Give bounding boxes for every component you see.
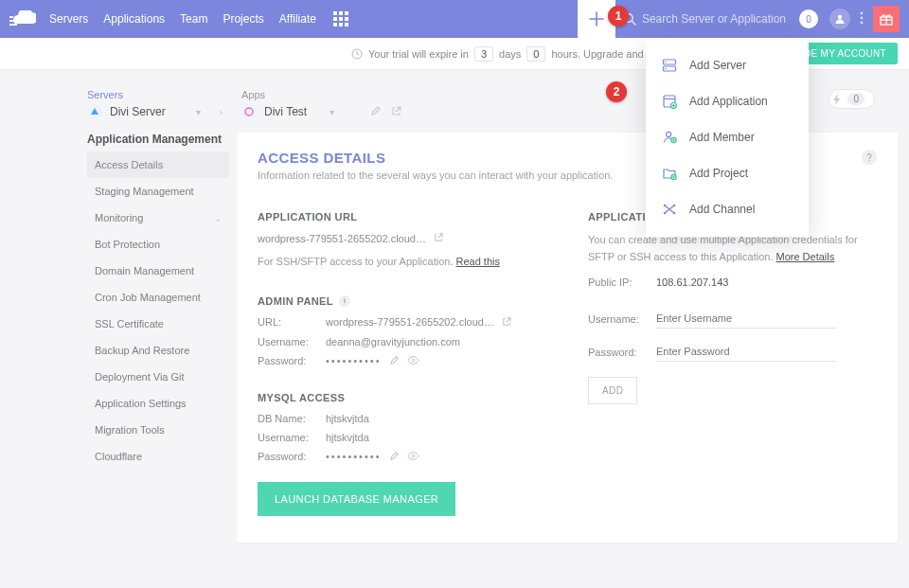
- clock-icon: [351, 48, 363, 60]
- add-menu-server-label: Add Server: [689, 59, 746, 72]
- svg-point-28: [412, 359, 415, 362]
- apps-grid-icon[interactable]: [333, 11, 348, 27]
- app-url-value: wordpress-779551-2655202.cloud…: [258, 233, 426, 244]
- svg-rect-1: [9, 20, 15, 22]
- admin-panel-heading: ADMIN PANEL i: [258, 295, 546, 307]
- nav-applications[interactable]: Applications: [103, 12, 165, 26]
- app-url-heading: APPLICATION URL: [258, 211, 546, 223]
- side-cloudflare[interactable]: Cloudflare: [87, 443, 229, 470]
- breadcrumb-servers[interactable]: Servers Divi Server ▾: [87, 89, 201, 119]
- svg-point-5: [838, 15, 842, 19]
- nav-projects[interactable]: Projects: [223, 12, 263, 26]
- app-name: Divi Test: [264, 105, 307, 118]
- gift-button[interactable]: [873, 6, 900, 32]
- side-appsettings[interactable]: Application Settings: [87, 390, 229, 417]
- svg-point-15: [665, 68, 667, 70]
- panel-title: ACCESS DETAILS: [258, 150, 613, 166]
- eye-icon[interactable]: [407, 355, 419, 367]
- add-menu-server[interactable]: Add Server: [646, 47, 809, 83]
- breadcrumb-servers-label: Servers: [87, 89, 201, 100]
- nav-team[interactable]: Team: [180, 12, 207, 26]
- external-link-icon[interactable]: [502, 316, 512, 329]
- side-backup[interactable]: Backup And Restore: [87, 337, 229, 364]
- svg-point-6: [861, 11, 864, 14]
- svg-point-14: [665, 62, 667, 63]
- more-menu-icon[interactable]: [860, 11, 864, 27]
- svg-point-19: [666, 132, 670, 136]
- server-name: Divi Server: [110, 105, 166, 118]
- mysql-heading: MYSQL ACCESS: [258, 392, 546, 403]
- notifications-badge[interactable]: 0: [799, 9, 818, 28]
- side-monitoring[interactable]: Monitoring⌄: [87, 205, 229, 231]
- side-bot[interactable]: Bot Protection: [87, 231, 229, 258]
- svg-rect-2: [9, 24, 17, 26]
- admin-password-label: Password:: [258, 355, 326, 366]
- trial-days: 3: [474, 46, 493, 62]
- read-this-link[interactable]: Read this: [456, 256, 500, 267]
- user-avatar[interactable]: [829, 9, 850, 29]
- sidebar: Application Management Access Details St…: [87, 133, 229, 543]
- add-menu-channel[interactable]: Add Channel: [646, 191, 809, 227]
- info-icon[interactable]: i: [339, 295, 350, 307]
- add-menu-dropdown: Add Server Add Application Add Member Ad…: [646, 38, 809, 237]
- search-placeholder: Search Server or Application: [642, 12, 786, 26]
- side-git[interactable]: Deployment Via Git: [87, 364, 229, 390]
- side-monitoring-label: Monitoring: [95, 212, 143, 223]
- logo[interactable]: [4, 0, 42, 38]
- add-menu-application-label: Add Application: [689, 95, 768, 108]
- trial-days-label: days: [499, 48, 521, 60]
- server-icon: [661, 57, 678, 74]
- launch-db-button[interactable]: LAUNCH DATABASE MANAGER: [258, 482, 455, 516]
- breadcrumb-apps[interactable]: Apps Divi Test ▾: [241, 89, 402, 119]
- more-details-link[interactable]: More Details: [776, 251, 835, 262]
- app-url-note: For SSH/SFTP access to your Application.: [258, 256, 456, 267]
- chevron-down-icon[interactable]: ▾: [196, 107, 201, 117]
- add-menu-application[interactable]: Add Application: [646, 83, 809, 119]
- help-icon[interactable]: ?: [862, 150, 877, 165]
- nav-affiliate[interactable]: Affiliate: [279, 12, 316, 26]
- admin-username-label: Username:: [258, 336, 326, 347]
- edit-icon[interactable]: [389, 451, 400, 463]
- admin-password-value: ••••••••••: [326, 355, 382, 366]
- cred-username-label: Username:: [588, 313, 656, 325]
- external-link-icon[interactable]: [391, 105, 402, 119]
- chevron-down-icon[interactable]: ▾: [330, 107, 334, 117]
- server-provider-icon: [87, 104, 102, 119]
- edit-icon[interactable]: [389, 355, 400, 367]
- eye-icon[interactable]: [407, 451, 419, 463]
- side-domain[interactable]: Domain Management: [87, 258, 229, 284]
- side-cron[interactable]: Cron Job Management: [87, 284, 229, 311]
- edit-icon[interactable]: [370, 105, 382, 119]
- mysql-password-value: ••••••••••: [326, 451, 382, 462]
- channel-icon: [661, 201, 678, 218]
- panel-subtitle: Information related to the several ways …: [258, 169, 613, 181]
- admin-panel-heading-text: ADMIN PANEL: [258, 295, 333, 307]
- add-menu-project[interactable]: Add Project: [646, 155, 809, 191]
- side-ssl[interactable]: SSL Certificate: [87, 311, 229, 337]
- trial-hours: 0: [526, 46, 545, 62]
- svg-point-7: [861, 16, 864, 19]
- side-migration[interactable]: Migration Tools: [87, 417, 229, 443]
- application-icon: [661, 93, 678, 110]
- svg-point-8: [861, 21, 864, 24]
- svg-point-22: [664, 205, 666, 206]
- user-icon: [834, 13, 846, 25]
- mysql-username-label: Username:: [258, 432, 326, 443]
- admin-url-value: wordpress-779551-2655202.cloud…: [326, 316, 494, 328]
- svg-line-4: [632, 22, 635, 26]
- breadcrumb-apps-label: Apps: [241, 89, 402, 100]
- cred-password-input[interactable]: [656, 342, 836, 362]
- svg-point-25: [673, 212, 675, 214]
- add-menu-project-label: Add Project: [689, 167, 748, 180]
- external-link-icon[interactable]: [434, 232, 444, 244]
- add-menu-member-label: Add Member: [689, 131, 755, 144]
- cred-add-button[interactable]: ADD: [588, 377, 637, 404]
- add-menu-member[interactable]: Add Member: [646, 119, 809, 155]
- nav-servers[interactable]: Servers: [49, 12, 88, 26]
- svg-point-27: [245, 108, 253, 116]
- cred-username-input[interactable]: [656, 309, 836, 329]
- global-search[interactable]: Search Server or Application: [623, 12, 786, 26]
- side-staging[interactable]: Staging Management: [87, 178, 229, 205]
- side-access-details[interactable]: Access Details: [87, 151, 229, 178]
- chevron-down-icon: ⌄: [214, 213, 222, 223]
